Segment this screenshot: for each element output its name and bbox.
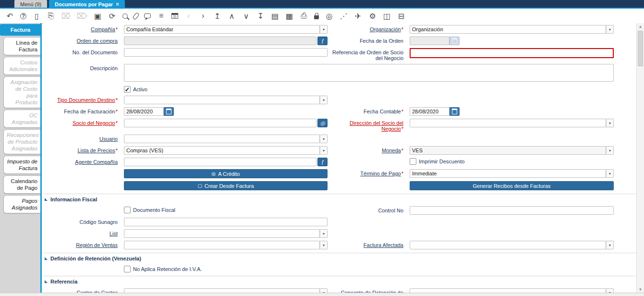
quick-form-icon[interactable]: ⊟ xyxy=(397,12,405,20)
fecha-de-facturacion-input[interactable] xyxy=(124,107,164,116)
calendar-picker-icon[interactable] xyxy=(164,107,174,116)
save-icon[interactable]: ▣ xyxy=(94,12,102,20)
lista-de-precios-input[interactable] xyxy=(124,146,320,155)
organizacion-input[interactable] xyxy=(410,25,606,34)
last-record-icon[interactable]: ↧ xyxy=(256,12,265,20)
label-organizacion[interactable]: Organización* xyxy=(328,25,407,32)
descripcion-textarea[interactable] xyxy=(124,64,614,82)
chevron-down-icon[interactable]: ▾ xyxy=(320,241,328,249)
documento-fiscal-checkbox[interactable] xyxy=(124,207,131,213)
label-list[interactable]: List xyxy=(43,229,122,236)
no-del-documento-input[interactable] xyxy=(124,48,328,57)
fecha-contable-input[interactable] xyxy=(410,107,450,116)
section-definicion-retencion[interactable]: Definición de Retención (Venezuela) xyxy=(43,253,636,263)
scrollbar-thumb[interactable] xyxy=(638,31,643,66)
help-icon[interactable]: ? xyxy=(20,13,26,19)
zoom-across-icon[interactable]: ◎ xyxy=(325,12,333,20)
calendar-picker-icon[interactable] xyxy=(450,107,460,116)
direccion-socio-input[interactable] xyxy=(410,119,606,127)
label-lista-de-precios[interactable]: Lista de Precios* xyxy=(43,146,122,153)
close-tab-icon[interactable]: × xyxy=(116,2,119,7)
request-icon[interactable]: ✈ xyxy=(354,12,362,20)
label-factura-afectada[interactable]: Factura Afectada xyxy=(328,241,407,248)
imprimir-descuento-checkbox[interactable] xyxy=(410,158,416,165)
orden-de-compra-input xyxy=(124,37,316,45)
agente-compania-input[interactable] xyxy=(124,158,316,166)
first-record-icon[interactable]: ↥ xyxy=(213,12,221,20)
product-info-icon[interactable]: ◫ xyxy=(383,12,391,20)
find-icon[interactable] xyxy=(122,13,128,19)
chevron-down-icon[interactable]: ▾ xyxy=(606,241,614,249)
sidebar-tab-calendario-de-pago[interactable]: Calendario de Pago xyxy=(3,175,40,194)
section-referencia[interactable]: Referencia xyxy=(43,276,636,286)
generar-recibos-button[interactable]: Generar Recibos desde Facturas xyxy=(410,181,614,190)
chat-icon[interactable] xyxy=(144,13,151,18)
chevron-down-icon[interactable]: ▾ xyxy=(320,146,328,155)
label-termino-de-pago[interactable]: Término de Pago* xyxy=(328,169,407,176)
chevron-down-icon[interactable]: ▾ xyxy=(606,25,614,34)
record-search-icon[interactable]: ◎ xyxy=(317,119,328,127)
tab-documentos-por-pagar[interactable]: Documentos por Pagar × xyxy=(49,0,125,8)
record-edit-icon[interactable]: ƒ xyxy=(317,158,328,166)
activo-checkbox[interactable]: ✓ xyxy=(124,86,131,93)
usuario-input[interactable] xyxy=(124,135,320,143)
copy-record-icon[interactable]: ⎘ xyxy=(47,12,55,20)
label-socio-del-negocio[interactable]: Socio del Negocio* xyxy=(43,119,122,126)
next-record-icon[interactable]: › xyxy=(199,12,207,20)
chevron-down-icon[interactable]: ▾ xyxy=(320,135,328,143)
label-usuario[interactable]: Usuario xyxy=(43,135,122,142)
refresh-icon[interactable]: ⟳ xyxy=(108,12,116,20)
label-region-de-ventas[interactable]: Región de Ventas xyxy=(43,241,122,248)
parent-record-icon[interactable]: ∧ xyxy=(228,12,236,20)
workflow-icon[interactable]: ⋰ xyxy=(340,12,348,20)
chevron-down-icon[interactable]: ▾ xyxy=(606,119,614,127)
grid-toggle-icon[interactable]: ≡ xyxy=(157,12,165,20)
sidebar-tab-pagos-asignados[interactable]: Pagos Asignados xyxy=(3,195,40,213)
label-agente-compania[interactable]: Agente Compañía xyxy=(43,158,122,165)
region-de-ventas-input[interactable] xyxy=(124,241,320,249)
codigo-sunagro-input[interactable] xyxy=(124,218,328,226)
print-icon[interactable]: ⎙ xyxy=(300,12,308,20)
label-no-del-documento: No. del Documento xyxy=(43,48,122,55)
sidebar-tab-impuesto-de-factura[interactable]: Impuesto de Factura xyxy=(3,156,40,174)
chevron-down-icon[interactable]: ▾ xyxy=(606,146,614,155)
calendar-icon[interactable]: 31 xyxy=(171,13,178,19)
label-tipo-documento-destino[interactable]: Tipo Documento Destino* xyxy=(43,96,122,103)
report-icon[interactable]: ▤ xyxy=(271,12,279,20)
referencia-orden-socio-input[interactable] xyxy=(410,48,614,58)
socio-del-negocio-input[interactable] xyxy=(124,119,316,127)
detail-record-icon[interactable]: ∨ xyxy=(242,12,250,20)
lock-icon[interactable] xyxy=(314,15,319,19)
chevron-down-icon[interactable]: ▾ xyxy=(320,25,328,34)
termino-de-pago-input[interactable] xyxy=(410,169,606,178)
section-informacion-fiscal[interactable]: Informacion Fiscal xyxy=(43,194,636,204)
compania-input[interactable] xyxy=(124,25,320,34)
scroll-down-icon[interactable]: ▼ xyxy=(637,286,644,293)
chevron-down-icon[interactable]: ▾ xyxy=(320,229,328,238)
archive-icon[interactable]: ▦ xyxy=(285,12,293,20)
undo-icon[interactable]: ↶ xyxy=(6,12,14,20)
tab-menu[interactable]: Menú (9) xyxy=(14,0,47,8)
sidebar-tab-linea-de-factura[interactable]: Línea de Factura xyxy=(3,37,40,55)
label-compania[interactable]: Compañía* xyxy=(43,25,122,32)
attachment-icon[interactable] xyxy=(132,12,140,20)
no-aplica-retencion-iva-checkbox[interactable] xyxy=(124,266,131,272)
vertical-scrollbar[interactable]: ▲ ▼ xyxy=(636,23,644,293)
label-direccion-socio[interactable]: Dirección del Socio del Negocio* xyxy=(328,119,407,132)
list-input[interactable] xyxy=(124,229,320,238)
record-edit-icon[interactable]: ƒ xyxy=(317,37,328,45)
new-record-icon[interactable]: ▯ xyxy=(33,12,41,20)
a-credito-button[interactable]: ◎ A Crédito xyxy=(124,169,328,178)
chevron-down-icon[interactable]: ▾ xyxy=(606,169,614,178)
customize-icon[interactable]: ⚙ xyxy=(368,12,377,20)
scroll-up-icon[interactable]: ▲ xyxy=(637,23,644,30)
chevron-down-icon[interactable]: ▾ xyxy=(320,96,328,104)
label-moneda[interactable]: Moneda* xyxy=(328,146,407,153)
sidebar-tab-factura[interactable]: Factura xyxy=(0,24,40,36)
factura-afectada-input[interactable] xyxy=(410,241,606,249)
moneda-input[interactable] xyxy=(410,146,606,155)
tipo-documento-destino-input[interactable] xyxy=(124,96,320,104)
label-orden-de-compra[interactable]: Orden de compra xyxy=(43,37,122,44)
control-no-input[interactable] xyxy=(410,206,614,215)
crear-desde-factura-button[interactable]: ▢ Crear Desde Factura xyxy=(124,181,328,190)
